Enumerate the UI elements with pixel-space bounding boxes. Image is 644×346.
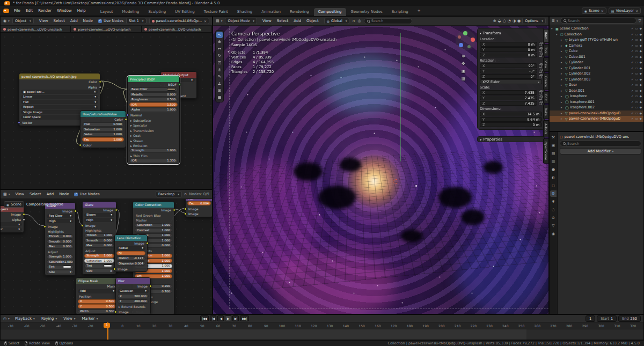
outliner-item-label[interactable]: Cylinder.003 bbox=[569, 77, 591, 82]
ortho-toggle-icon[interactable]: ▦ bbox=[462, 76, 466, 81]
backdrop-button[interactable]: Backdrop bbox=[156, 191, 182, 197]
lock-icon[interactable] bbox=[539, 48, 542, 51]
node-row[interactable]: Fog Glow▾ bbox=[45, 214, 75, 219]
socket-dot[interactable] bbox=[81, 224, 84, 227]
render-visibility-icon[interactable]: ◆ bbox=[640, 55, 642, 58]
annotate-tool[interactable]: ✎ bbox=[216, 73, 223, 80]
workspace-tab[interactable]: Animation bbox=[257, 8, 285, 16]
selectability-checkbox-icon[interactable]: ✓ bbox=[631, 49, 634, 53]
play-button[interactable]: ▶ bbox=[225, 315, 231, 321]
add-cube-tool[interactable]: ⊞ bbox=[216, 87, 223, 94]
use-nodes-checkbox[interactable] bbox=[74, 193, 78, 196]
workspace-tab[interactable]: Scripting bbox=[387, 8, 413, 16]
socket-dot[interactable] bbox=[23, 218, 25, 221]
expand-arrow-icon[interactable]: ▸ bbox=[561, 100, 564, 104]
properties-collapsed-panel[interactable]: ▸ Properties bbox=[477, 136, 545, 142]
node-row[interactable]: Y200.000 bbox=[116, 299, 150, 305]
outliner-row[interactable]: ▸ ▽ Gear.001 ✓ ▭ ◆ bbox=[550, 88, 643, 94]
node-header[interactable]: Ellipse Mask bbox=[76, 278, 118, 284]
select-box-tool[interactable]: ↖ bbox=[216, 32, 223, 38]
menu-item[interactable]: Add bbox=[291, 18, 304, 24]
proportional-edit-icon[interactable]: ◎ bbox=[358, 19, 361, 23]
outliner-item-label[interactable]: Cylinder.002 bbox=[569, 71, 591, 76]
outliner-item-label[interactable]: pawel-czerwinski-tMbQpdguD bbox=[569, 116, 621, 121]
menu-item[interactable]: View bbox=[12, 191, 27, 197]
outliner-search[interactable] bbox=[560, 18, 636, 24]
node-row[interactable]: Repeat▾ bbox=[19, 105, 100, 111]
render-visibility-icon[interactable]: ◆ bbox=[640, 67, 642, 70]
node-row[interactable]: Value1.000 bbox=[80, 132, 126, 138]
outliner-item-label[interactable]: Cube.001 bbox=[569, 55, 586, 59]
workspace-tab[interactable]: Modeling bbox=[118, 8, 144, 16]
node-row[interactable]: Size7 bbox=[45, 270, 75, 275]
outliner-row[interactable]: ▸ ▽ pawel-czerwinski-tMbQpdguD ✓ ▭ ◆ bbox=[550, 111, 643, 116]
node-row[interactable]: X200.000 bbox=[116, 294, 150, 299]
node-row[interactable]: Scene▾ bbox=[1, 222, 24, 227]
socket-dot[interactable] bbox=[146, 242, 149, 245]
socket-dot[interactable] bbox=[114, 311, 117, 313]
socket-dot[interactable] bbox=[115, 209, 118, 211]
node-header[interactable]: Lens Distortion bbox=[115, 235, 147, 241]
workspace-tab[interactable]: Shading bbox=[233, 8, 257, 16]
node-row[interactable]: Gaussian▾ bbox=[116, 289, 150, 295]
outliner-item-label[interactable]: Cylinder bbox=[569, 60, 583, 64]
node-row[interactable]: Fac0.004 bbox=[186, 201, 212, 207]
selectability-checkbox-icon[interactable]: ✓ bbox=[631, 33, 634, 36]
menu-item[interactable]: Keying bbox=[39, 315, 60, 322]
node-bsdf[interactable]: Principled BSDFBSDFBase ColorMetallic0.0… bbox=[127, 76, 180, 164]
material-tab[interactable]: pawel-czerwins...uDVQ-unsplash bbox=[71, 26, 141, 32]
location-z-field[interactable]: Z0 m bbox=[480, 53, 537, 57]
workspace-tab[interactable]: UV Editing bbox=[171, 8, 199, 16]
end-frame-field[interactable]: End250 bbox=[618, 315, 641, 322]
scene-selector[interactable]: ◉ Scene ✕ bbox=[582, 8, 606, 14]
node-row[interactable]: High▾ bbox=[83, 218, 116, 223]
active-object-name[interactable]: pawel-czerwinski-tMbQpdguDVQ-uns bbox=[565, 135, 629, 139]
workspace-tab[interactable]: Layout bbox=[96, 8, 118, 16]
expand-arrow-icon[interactable]: ▸ bbox=[561, 89, 564, 92]
viewlayer-selector[interactable]: ▤ ViewLayer ✕ bbox=[609, 8, 641, 14]
expand-arrow-icon[interactable]: ▸ bbox=[561, 49, 564, 53]
sidebar-tab[interactable]: Tool bbox=[543, 44, 548, 57]
outliner-row[interactable]: ▸ ▽ Cylinder.003 ✓ ▭ ◆ bbox=[550, 77, 643, 83]
viewport-canvas[interactable]: Camera Perspective (1) Collection | pawe… bbox=[213, 26, 548, 314]
mode-dropdown[interactable]: Object Mode bbox=[225, 18, 257, 24]
node-row[interactable]: Radial▾ bbox=[115, 246, 147, 252]
outliner-row[interactable]: ▸ ▽ bryan-goff-f7YQo-eYHdM-un ✓ ▭ ◆ bbox=[550, 37, 643, 43]
node-mix[interactable]: MixFac0.004ImageImage bbox=[185, 199, 212, 217]
node-blur[interactable]: BlurImageGaussian▾X200.000Y200.000▸ Exte… bbox=[115, 277, 151, 314]
blender-menu-icon[interactable] bbox=[3, 9, 9, 13]
rotation-mode-dropdown[interactable]: XYZ Euler▾ bbox=[480, 79, 542, 84]
viewport-visibility-icon[interactable]: ▭ bbox=[635, 44, 638, 47]
socket-dot[interactable] bbox=[149, 285, 152, 288]
socket-dot[interactable] bbox=[113, 268, 116, 270]
viewport-visibility-icon[interactable]: ▭ bbox=[635, 78, 638, 81]
render-visibility-icon[interactable]: ◆ bbox=[640, 89, 642, 92]
menu-item[interactable]: View bbox=[260, 18, 274, 24]
expand-arrow-icon[interactable]: ▸ bbox=[561, 61, 564, 64]
start-frame-field[interactable]: Start1 bbox=[597, 315, 617, 322]
current-frame-field[interactable]: 1 bbox=[586, 315, 595, 322]
outliner-item-label[interactable]: Icosphere.002 bbox=[570, 105, 595, 109]
menu-item[interactable]: Help bbox=[75, 8, 89, 14]
selectability-checkbox-icon[interactable]: ✓ bbox=[631, 106, 634, 109]
node-row[interactable]: IOR1.330 bbox=[128, 159, 179, 164]
dimensions-y-field[interactable]: Y9.64 m bbox=[480, 117, 542, 122]
measure-tool[interactable]: ∠ bbox=[216, 80, 223, 87]
menu-item[interactable]: Marker bbox=[79, 315, 101, 322]
timeline-track[interactable] bbox=[1, 329, 643, 340]
material-datablock[interactable]: pawel-czerwinski-tMbQpdguDVQ-u ✕ bbox=[149, 18, 209, 24]
expand-arrow-icon[interactable]: ▸ bbox=[561, 78, 564, 81]
render-visibility-icon[interactable]: ◆ bbox=[640, 38, 642, 41]
render-visibility-icon[interactable]: ◆ bbox=[640, 94, 642, 98]
snap-magnet-icon[interactable]: ∩ bbox=[352, 19, 355, 23]
node-row[interactable]: Smooth0.000 bbox=[83, 238, 116, 244]
previous-keyframe-button[interactable]: |◀ bbox=[210, 315, 217, 321]
node-ellipse[interactable]: Ellipse MaskMaskAdd▾PositionX0.500Y0.500… bbox=[76, 277, 119, 314]
node-row[interactable]: Fac1.000 bbox=[80, 137, 126, 143]
outliner-row[interactable]: ▸ ◯ Icosphere.002 ✓ ▭ ◆ bbox=[550, 105, 643, 111]
node-row[interactable]: Saturation1.000 bbox=[45, 260, 75, 265]
expand-arrow-icon[interactable]: ▾ bbox=[556, 33, 559, 36]
selectability-checkbox-icon[interactable]: ✓ bbox=[631, 61, 634, 64]
viewport-visibility-icon[interactable]: ▭ bbox=[635, 72, 638, 75]
node-header[interactable]: Glare bbox=[83, 202, 116, 208]
